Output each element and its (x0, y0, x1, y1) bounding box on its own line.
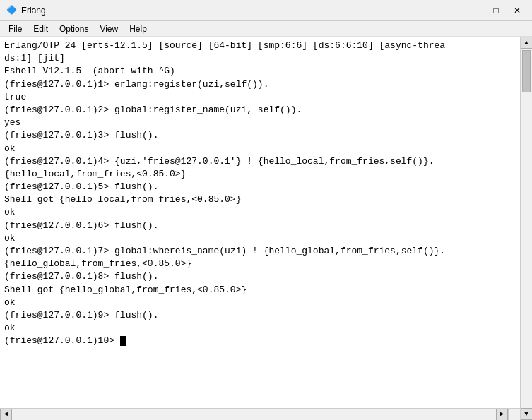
vscroll-track[interactable] (521, 49, 532, 408)
maximize-button[interactable]: □ (487, 4, 505, 18)
terminal-line: ok (4, 322, 516, 335)
terminal-line: ds:1] [jit] (4, 52, 516, 65)
menu-options[interactable]: Options (54, 23, 94, 35)
terminal-line: (fries@127.0.0.1)5> flush(). (4, 181, 516, 193)
terminal-line: yes (4, 116, 516, 129)
app-icon: 🔷 (6, 5, 17, 16)
terminal-line: (fries@127.0.0.1)6> flush(). (4, 220, 516, 232)
vertical-scrollbar: ▲ ▼ (520, 37, 532, 420)
scroll-left-button[interactable]: ◄ (0, 409, 12, 421)
scroll-up-button[interactable]: ▲ (521, 37, 533, 49)
terminal-line: (fries@127.0.0.1)10> (4, 335, 516, 347)
terminal-line: ok (4, 232, 516, 245)
menu-edit[interactable]: Edit (28, 23, 54, 35)
scroll-corner (508, 409, 520, 421)
minimize-button[interactable]: — (466, 4, 484, 18)
terminal-line: ok (4, 296, 516, 309)
terminal-line: Erlang/OTP 24 [erts-12.1.5] [source] [64… (4, 40, 516, 52)
terminal-line: true (4, 91, 516, 104)
menu-file[interactable]: File (3, 23, 28, 35)
terminal-line: (fries@127.0.0.1)3> flush(). (4, 129, 516, 142)
hscroll-track[interactable] (12, 409, 496, 420)
terminal-line: ok (4, 206, 516, 219)
scroll-down-button[interactable]: ▼ (521, 408, 533, 420)
terminal-line: (fries@127.0.0.1)2> global:register_name… (4, 104, 516, 116)
horizontal-scrollbar: ◄ ► (0, 408, 520, 420)
main-container: Erlang/OTP 24 [erts-12.1.5] [source] [64… (0, 37, 532, 420)
title-bar: 🔷 Erlang — □ ✕ (0, 0, 532, 21)
terminal-output[interactable]: Erlang/OTP 24 [erts-12.1.5] [source] [64… (0, 37, 520, 408)
terminal-line: (fries@127.0.0.1)8> flush(). (4, 270, 516, 283)
scroll-right-button[interactable]: ► (496, 409, 508, 421)
menu-help[interactable]: Help (124, 23, 153, 35)
terminal-line: Shell got {hello_local,from_fries,<0.85.… (4, 193, 516, 206)
title-left: 🔷 Erlang (6, 5, 46, 16)
terminal-line: (fries@127.0.0.1)4> {uzi,'fries@127.0.0.… (4, 155, 516, 168)
window-controls: — □ ✕ (466, 4, 526, 18)
vscroll-thumb[interactable] (522, 50, 531, 92)
menu-view[interactable]: View (94, 23, 124, 35)
menu-bar: File Edit Options View Help (0, 21, 532, 37)
terminal-line: Eshell V12.1.5 (abort with ^G) (4, 65, 516, 78)
terminal-cursor (120, 336, 126, 346)
window-title: Erlang (21, 6, 46, 16)
terminal-line: ok (4, 143, 516, 155)
terminal-line: {hello_global,from_fries,<0.85.0>} (4, 258, 516, 270)
terminal-line: {hello_local,from_fries,<0.85.0>} (4, 168, 516, 181)
close-button[interactable]: ✕ (508, 4, 526, 18)
terminal-line: Shell got {hello_global,from_fries,<0.85… (4, 284, 516, 296)
terminal-line: (fries@127.0.0.1)1> erlang:register(uzi,… (4, 78, 516, 91)
terminal-line: (fries@127.0.0.1)7> global:whereis_name(… (4, 245, 516, 258)
terminal-line: (fries@127.0.0.1)9> flush(). (4, 309, 516, 322)
